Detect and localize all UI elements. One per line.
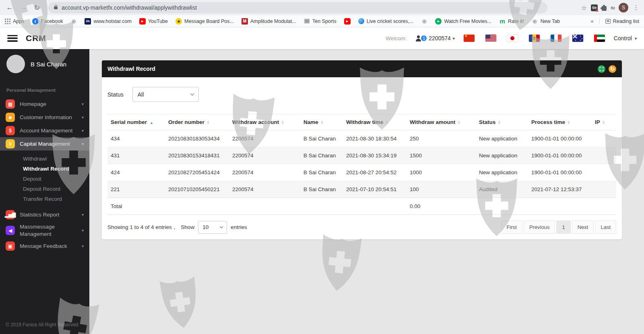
reading-list-label: Reading list bbox=[613, 19, 639, 24]
table-column-header[interactable]: Order number bbox=[165, 114, 229, 130]
page-size-select[interactable]: 10 bbox=[198, 221, 227, 234]
flag-icon[interactable] bbox=[507, 35, 518, 42]
bookmark-label: YouTube bbox=[148, 19, 168, 24]
flag-icon[interactable] bbox=[572, 35, 583, 42]
bookmark-item[interactable]: Ten Sports bbox=[304, 19, 336, 24]
pagination-button[interactable]: 1 bbox=[556, 221, 570, 234]
column-header-label: Order number bbox=[168, 119, 204, 125]
expand-icon[interactable] bbox=[598, 65, 605, 73]
flag-icon[interactable] bbox=[551, 35, 561, 42]
sidebar-menu-item[interactable]: ▂▅▇ Statistics Report ▾ bbox=[0, 208, 89, 221]
forward-icon[interactable]: → bbox=[18, 2, 29, 13]
table-column-header[interactable]: Process time bbox=[528, 114, 592, 130]
pagination-button[interactable]: Last bbox=[595, 221, 616, 234]
address-bar[interactable]: account.vp-marketfx.com/withdrawal/apply… bbox=[48, 2, 547, 13]
cell-amount: 100 bbox=[407, 181, 476, 198]
cell-process: 1900-01-01 00:00:00 bbox=[528, 130, 592, 147]
reload-icon[interactable]: ↻ bbox=[31, 2, 43, 13]
playlist-extension-icon[interactable]: ≡♪ bbox=[611, 5, 615, 11]
menu-item-label: Massmessage Management bbox=[20, 223, 77, 237]
pagination-button[interactable]: Previous bbox=[524, 221, 555, 234]
column-header-label: Name bbox=[303, 119, 318, 125]
sidebar-menu-item[interactable]: ◀ Massmessage Management ▾ bbox=[0, 221, 89, 239]
hamburger-menu-icon[interactable] bbox=[7, 35, 18, 42]
bookmark-item[interactable]: m Rate it! bbox=[499, 18, 524, 25]
bookmark-label: Live cricket scores,... bbox=[367, 19, 414, 24]
cell-serial: 221 bbox=[107, 181, 165, 198]
bookmark-item[interactable]: ▶ Watch Free Movies... bbox=[435, 18, 491, 25]
brand-logo[interactable]: CRM bbox=[26, 33, 46, 43]
menu-item-label: Statistics Report bbox=[20, 211, 59, 219]
sidebar-submenu-item[interactable]: Withdrawl Record bbox=[0, 164, 89, 174]
reading-list-icon bbox=[605, 19, 611, 24]
table-column-header[interactable]: Status bbox=[476, 114, 528, 130]
cell-serial: 424 bbox=[107, 164, 165, 181]
table-column-header[interactable]: Withdraw time bbox=[343, 114, 407, 130]
refresh-icon[interactable]: ↻ bbox=[609, 65, 616, 73]
bookmark-icon: Dh bbox=[85, 18, 91, 25]
menu-item-icon: ☻ bbox=[6, 113, 15, 122]
panel-header: Withdrawl Record ↻ bbox=[102, 60, 622, 77]
cell-process: 2021-07-12 12:53:37 bbox=[528, 181, 592, 198]
account-dropdown[interactable]: 1 2200574 ▾ bbox=[415, 35, 455, 41]
menu-item-label: Customer Information bbox=[20, 114, 72, 121]
sidebar-menu-item[interactable]: ¥ Capital Management ▾ bbox=[0, 137, 89, 151]
bookmark-item[interactable]: Dh www.hotstar.com bbox=[85, 18, 131, 25]
flag-icon[interactable] bbox=[529, 35, 540, 42]
sidebar-submenu-item[interactable]: Transfer Record bbox=[0, 194, 89, 204]
extensions-puzzle-icon[interactable] bbox=[602, 6, 607, 11]
bookmark-item[interactable]: Live cricket scores,... bbox=[358, 18, 414, 24]
bookmark-icon: ⊕ bbox=[421, 18, 427, 25]
show-label: Show bbox=[181, 224, 194, 230]
notification-badge: 1 bbox=[421, 35, 427, 41]
bookmarks-overflow-icon[interactable]: » bbox=[590, 18, 593, 24]
table-column-header[interactable]: Withdraw amount bbox=[407, 114, 476, 130]
sidebar-menu-item[interactable]: $ Account Management ▾ bbox=[0, 124, 89, 137]
reading-list-button[interactable]: Reading list bbox=[605, 19, 639, 24]
flag-icon[interactable] bbox=[464, 35, 475, 42]
language-flags bbox=[464, 35, 605, 42]
entries-label: entries bbox=[231, 224, 247, 230]
sidebar-submenu-item[interactable]: Deposit Record bbox=[0, 184, 89, 194]
bookmark-item[interactable]: ⊕ bbox=[421, 18, 427, 25]
sort-icon bbox=[458, 120, 460, 125]
flag-icon[interactable] bbox=[485, 35, 496, 42]
sidebar-submenu-item[interactable]: Deposit bbox=[0, 174, 89, 184]
table-column-header[interactable]: Serial number bbox=[107, 114, 165, 130]
chevron-down-icon: ▾ bbox=[82, 142, 84, 146]
back-icon[interactable]: ← bbox=[4, 2, 15, 13]
bookmark-item[interactable]: ☻ Message Board Pos... bbox=[175, 18, 234, 25]
extension-se-icon[interactable]: Se bbox=[591, 4, 598, 11]
bookmark-item[interactable]: ▶ YouTube bbox=[139, 18, 168, 25]
table-column-header[interactable]: Name bbox=[300, 114, 343, 130]
bookmark-item[interactable]: ⊕ bbox=[70, 18, 77, 25]
status-select[interactable]: All bbox=[132, 87, 199, 102]
bookmark-star-icon[interactable]: ☆ bbox=[581, 4, 587, 12]
total-row: Total 0.00 bbox=[107, 198, 616, 215]
cell-serial: 431 bbox=[107, 147, 165, 164]
cell-time: 2021-08-30 18:30:54 bbox=[343, 130, 407, 147]
flag-icon[interactable] bbox=[594, 35, 605, 42]
menu-item-label: Account Management bbox=[20, 127, 72, 134]
browser-menu-icon[interactable]: ⋮ bbox=[632, 4, 640, 11]
pagination-button[interactable]: Next bbox=[572, 221, 594, 234]
sort-icon bbox=[568, 120, 570, 125]
bookmark-item[interactable]: ⊕ New Tab bbox=[532, 18, 560, 25]
control-dropdown[interactable]: Control ▾ bbox=[614, 35, 637, 41]
pagination-button[interactable]: First bbox=[501, 221, 522, 234]
url-text: account.vp-marketfx.com/withdrawal/apply… bbox=[62, 4, 197, 11]
sidebar-submenu-item[interactable]: Withdrawl bbox=[0, 154, 89, 164]
bookmark-item[interactable]: Apps bbox=[5, 19, 25, 24]
table-column-header[interactable]: Withdraw account bbox=[229, 114, 300, 130]
cell-process: 1900-01-01 00:00:00 bbox=[528, 164, 592, 181]
browser-profile-avatar[interactable]: S bbox=[619, 3, 628, 12]
sidebar-menu-item[interactable]: ▦ Homepage ▾ bbox=[0, 97, 89, 111]
bookmark-item[interactable]: ▶ bbox=[344, 18, 351, 25]
bookmark-item[interactable]: M Amplitude Modulat... bbox=[242, 18, 296, 25]
sidebar-menu-item[interactable]: ▣ Message Feedback ▾ bbox=[0, 239, 89, 253]
sidebar-menu-item[interactable]: ☻ Customer Information ▾ bbox=[0, 111, 89, 124]
showing-entries-text: Showing 1 to 4 of 4 entries， bbox=[107, 224, 177, 231]
bookmark-label: Facebook bbox=[41, 19, 63, 24]
bookmark-item[interactable]: f Facebook bbox=[32, 18, 63, 25]
table-column-header[interactable]: IP bbox=[592, 114, 616, 130]
